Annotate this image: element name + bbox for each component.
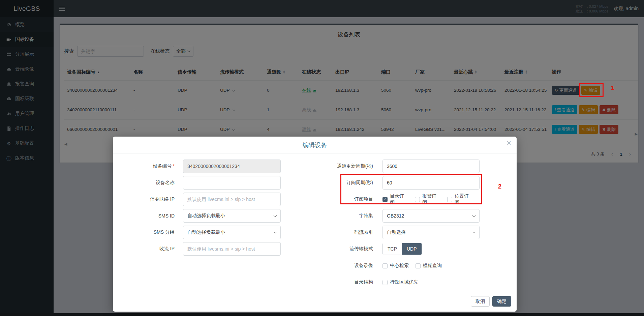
field-channel-update-period: 通道更新周期(秒)	[315, 160, 480, 173]
signal-contact-ip-input[interactable]	[183, 193, 281, 206]
field-stream-transport-mode: 流传输模式 TCPUDP	[315, 242, 480, 256]
field-device-name: 设备名称	[121, 176, 281, 190]
stream-index-select[interactable]: 自动选择	[382, 226, 480, 239]
sms-group-select[interactable]: 自动选择负载最小	[183, 226, 281, 239]
sms-id-select[interactable]: 自动选择负载最小	[183, 209, 281, 223]
charset-select[interactable]: GB2312	[382, 209, 480, 223]
chevron-down-icon	[274, 230, 277, 234]
device-id-input	[183, 160, 281, 173]
stream-receive-ip-input[interactable]	[183, 242, 281, 256]
checkbox-icon	[415, 197, 420, 202]
modal-body: 设备编号* 设备名称 信令联络 IP SMS ID 自动选择负载最小 SMS 分…	[113, 153, 517, 292]
form-left-column: 设备编号* 设备名称 信令联络 IP SMS ID 自动选择负载最小 SMS 分…	[121, 160, 281, 292]
device-name-input[interactable]	[183, 176, 281, 190]
modal-header: 编辑设备 ×	[113, 137, 517, 153]
modal-title: 编辑设备	[303, 141, 327, 149]
ok-button[interactable]: 确定	[492, 296, 511, 307]
field-stream-index: 码流索引 自动选择	[315, 226, 480, 239]
subscribe-period-input[interactable]	[382, 176, 480, 190]
app-window: LiveGBS 概览 国标设备 分屏展示 云端录像 报警查询 国标级联 用户管理…	[0, 0, 644, 316]
form-right-column: 通道更新周期(秒) 订阅周期(秒) 订阅项目 目录订阅 报警订阅 位置订阅	[315, 160, 480, 292]
edit-device-modal: 编辑设备 × 设备编号* 设备名称 信令联络 IP SMS ID	[113, 137, 517, 312]
fuzzy-query-checkbox[interactable]: 模糊查询	[416, 263, 442, 269]
position-subscribe-checkbox[interactable]: 位置订阅	[447, 193, 473, 205]
annotation-number-1: 1	[611, 84, 615, 92]
field-charset: 字符集 GB2312	[315, 209, 480, 223]
center-search-checkbox[interactable]: 中心检索	[382, 263, 409, 269]
checkbox-icon	[382, 263, 388, 268]
channel-update-period-input[interactable]	[382, 160, 480, 173]
close-icon[interactable]: ×	[507, 139, 511, 147]
field-catalog-structure: 目录结构 行政区域优先	[315, 276, 480, 289]
cancel-button[interactable]: 取消	[471, 296, 490, 307]
field-stream-receive-ip: 收流 IP	[121, 242, 281, 256]
chevron-down-icon	[274, 214, 277, 217]
checkbox-icon	[382, 280, 388, 285]
chevron-down-icon	[472, 230, 476, 234]
field-device-id: 设备编号*	[121, 160, 281, 173]
checkbox-icon	[416, 263, 421, 268]
catalog-subscribe-checkbox[interactable]: 目录订阅	[382, 193, 408, 205]
field-sms-id: SMS ID 自动选择负载最小	[121, 209, 281, 223]
field-device-recording: 设备录像 中心检索 模糊查询	[315, 259, 480, 272]
annotation-number-2: 2	[498, 183, 501, 190]
modal-footer: 取消 确定	[113, 291, 517, 312]
required-asterisk: *	[173, 163, 175, 169]
checkbox-icon	[382, 197, 388, 202]
checkbox-icon	[447, 197, 452, 202]
tcp-option[interactable]: TCP	[383, 243, 402, 255]
field-subscribe-period: 订阅周期(秒)	[315, 176, 480, 190]
admin-region-priority-checkbox[interactable]: 行政区域优先	[382, 279, 418, 285]
field-subscribe-items: 订阅项目 目录订阅 报警订阅 位置订阅	[315, 193, 480, 206]
udp-option[interactable]: UDP	[402, 243, 422, 255]
chevron-down-icon	[472, 214, 476, 217]
field-signal-contact-ip: 信令联络 IP	[121, 193, 281, 206]
field-sms-group: SMS 分组 自动选择负载最小	[121, 226, 281, 239]
alarm-subscribe-checkbox[interactable]: 报警订阅	[415, 193, 440, 205]
stream-mode-toggle: TCPUDP	[382, 243, 422, 255]
